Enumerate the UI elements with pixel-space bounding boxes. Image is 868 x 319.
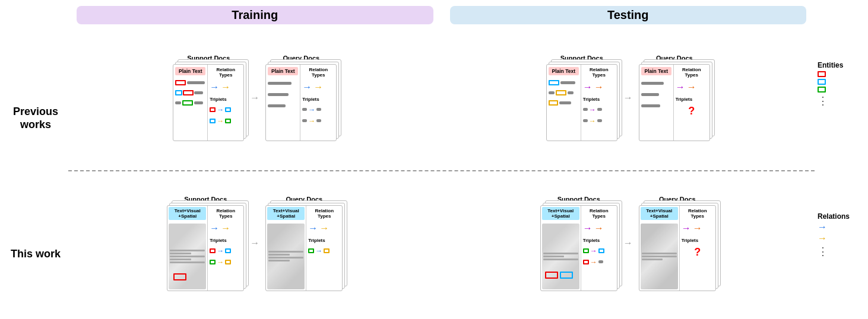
- visual-header-3: Text+Visual +Spatial: [542, 207, 579, 220]
- test-arrow-this: →: [623, 238, 633, 248]
- cyan-entity-box: [818, 79, 826, 85]
- testing-header: Testing: [450, 6, 807, 24]
- triplets-label-4: Triplets: [676, 97, 708, 102]
- triplets-label-2: Triplets: [302, 97, 334, 102]
- section-divider: [68, 170, 815, 171]
- entity-red: [818, 71, 862, 77]
- plain-text-header-1: Plain Text: [175, 67, 205, 75]
- train-arrow-prev: →: [250, 92, 259, 103]
- receipt-image-1: [169, 224, 206, 289]
- rows-area: Support Docs Plain Text: [68, 28, 815, 313]
- orange-arrow: →: [818, 234, 827, 243]
- visual-header-4: Text+Visual +Spatial: [641, 207, 678, 220]
- train-arrow-this: →: [250, 238, 259, 248]
- main-container: Previous works This work Training Testin…: [0, 0, 868, 319]
- test-query-this: Query Docs Text+Visual +Spatial: [639, 196, 716, 291]
- relation-orange: →: [818, 234, 862, 243]
- relation-types-header-3: Relation Types: [583, 67, 615, 78]
- test-support-prev: Support Docs Plain Text: [546, 55, 617, 141]
- test-arrow-prev: →: [623, 92, 633, 103]
- relation-types-header-5: Relation Types: [210, 208, 242, 219]
- triplets-label-8: Triplets: [682, 238, 714, 243]
- blue-arrow: →: [818, 222, 827, 232]
- triplets-label-5: Triplets: [210, 238, 242, 243]
- green-entity-box: [818, 87, 826, 92]
- relations-title: Relations: [818, 212, 862, 221]
- previous-works-label: Previous works: [3, 88, 68, 131]
- relation-types-header-6: Relation Types: [308, 208, 340, 219]
- triplets-label-3: Triplets: [583, 97, 615, 102]
- receipt-image-4: [641, 224, 678, 289]
- relation-types-header-2: Relation Types: [302, 67, 334, 78]
- relation-types-header-4: Relation Types: [676, 67, 708, 78]
- entities-legend: Entities ⋮: [818, 61, 862, 107]
- train-support-this: Support Docs Text+Visual +Spatial: [167, 196, 244, 291]
- relations-dots: ⋮: [818, 245, 862, 258]
- train-query-this: Query Docs Text+Visual +Spatial: [265, 196, 343, 291]
- row-labels: Previous works This work: [3, 6, 68, 313]
- question-mark-1: ?: [676, 105, 708, 117]
- testing-previous: Support Docs Plain Text: [442, 28, 815, 168]
- testing-this-work: Support Docs Text+Visual +Spatial: [442, 174, 815, 314]
- relation-types-header-1: Relation Types: [210, 67, 242, 78]
- legend-panel: Entities ⋮ Relations → → ⋮: [815, 6, 865, 313]
- question-mark-2: ?: [682, 246, 714, 259]
- plain-text-header-4: Plain Text: [641, 67, 671, 75]
- train-query-prev: Query Docs Plain Text: [265, 55, 337, 141]
- relation-types-header-7: Relation Types: [583, 208, 615, 219]
- triplets-label-7: Triplets: [583, 238, 615, 243]
- visual-header-1: Text+Visual +Spatial: [169, 207, 206, 220]
- receipt-image-2: [267, 224, 305, 289]
- entities-dots: ⋮: [818, 94, 862, 107]
- previous-works-row: Support Docs Plain Text: [68, 28, 815, 168]
- test-query-prev: Query Docs Plain Text: [639, 55, 710, 141]
- receipt-image-3: [542, 224, 579, 289]
- content-area: Training Testing Support Docs: [68, 6, 815, 313]
- this-work-row: Support Docs Text+Visual +Spatial: [68, 174, 815, 314]
- triplets-label-6: Triplets: [308, 238, 340, 243]
- entity-cyan: [818, 79, 862, 85]
- triplets-label-1: Triplets: [210, 97, 242, 102]
- training-this-work: Support Docs Text+Visual +Spatial: [68, 174, 442, 314]
- training-previous: Support Docs Plain Text: [68, 28, 442, 168]
- section-headers: Training Testing: [68, 6, 815, 24]
- visual-header-2: Text+Visual +Spatial: [267, 207, 305, 220]
- relation-blue: →: [818, 222, 862, 232]
- plain-text-header-3: Plain Text: [549, 67, 579, 75]
- this-work-label: This work: [3, 236, 68, 261]
- entity-green: [818, 87, 862, 92]
- red-entity-box: [818, 71, 826, 77]
- plain-text-header-2: Plain Text: [268, 67, 298, 75]
- relations-legend: Relations → → ⋮: [818, 212, 862, 258]
- entities-title: Entities: [818, 61, 862, 69]
- training-header: Training: [77, 6, 433, 24]
- train-support-prev: Support Docs Plain Text: [173, 55, 244, 141]
- relation-types-header-8: Relation Types: [682, 208, 714, 219]
- test-support-this: Support Docs Text+Visual +Spatial: [540, 196, 617, 291]
